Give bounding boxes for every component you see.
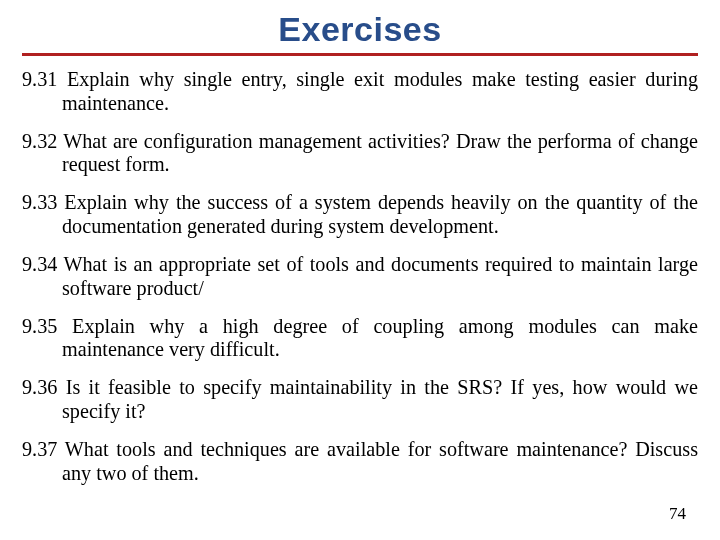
item-text: What is an appropriate set of tools and …: [62, 253, 698, 299]
item-text: What are configuration management activi…: [62, 130, 698, 176]
item-number: 9.35: [22, 315, 57, 337]
list-item: 9.35 Explain why a high degree of coupli…: [22, 315, 698, 363]
item-text: Explain why a high degree of coupling am…: [62, 315, 698, 361]
title-underline: [22, 53, 698, 56]
item-number: 9.34: [22, 253, 57, 275]
item-number: 9.33: [22, 191, 57, 213]
item-number: 9.32: [22, 130, 57, 152]
list-item: 9.32 What are configuration management a…: [22, 130, 698, 178]
item-text: Explain why single entry, single exit mo…: [62, 68, 698, 114]
list-item: 9.33 Explain why the success of a system…: [22, 191, 698, 239]
list-item: 9.34 What is an appropriate set of tools…: [22, 253, 698, 301]
item-number: 9.31: [22, 68, 57, 90]
item-text: Explain why the success of a system depe…: [62, 191, 698, 237]
list-item: 9.31 Explain why single entry, single ex…: [22, 68, 698, 116]
item-text: What tools and techniques are available …: [62, 438, 698, 484]
page-number: 74: [669, 504, 686, 524]
item-text: Is it feasible to specify maintainabilit…: [62, 376, 698, 422]
exercise-list: 9.31 Explain why single entry, single ex…: [22, 68, 698, 486]
list-item: 9.36 Is it feasible to specify maintaina…: [22, 376, 698, 424]
slide: Exercises 9.31 Explain why single entry,…: [0, 0, 720, 540]
page-title: Exercises: [22, 10, 698, 49]
list-item: 9.37 What tools and techniques are avail…: [22, 438, 698, 486]
item-number: 9.36: [22, 376, 57, 398]
item-number: 9.37: [22, 438, 57, 460]
